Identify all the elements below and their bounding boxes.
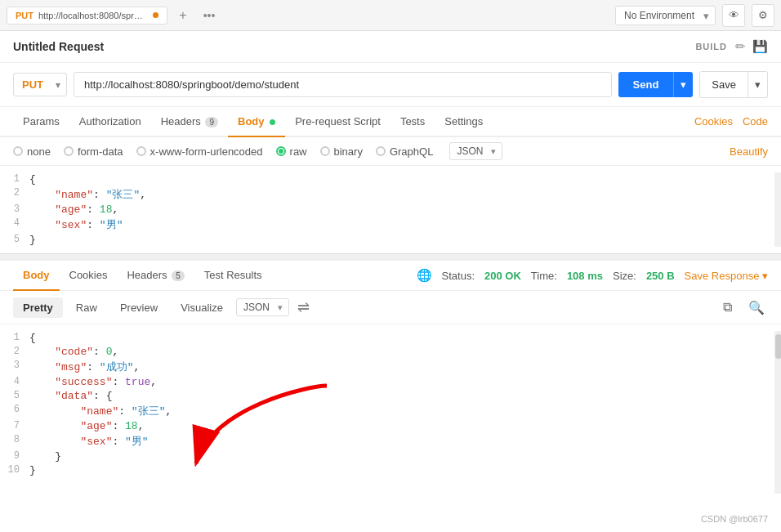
req-scrollbar[interactable] (774, 172, 781, 247)
status-value: 200 OK (484, 270, 521, 282)
json-format-select[interactable]: JSON (449, 142, 502, 160)
method-select[interactable]: PUT (13, 73, 67, 96)
copy-icon-button[interactable]: ⧉ (716, 296, 739, 319)
send-button[interactable]: Send (618, 72, 674, 97)
resp-tab-body[interactable]: Body (13, 261, 60, 291)
body-type-none[interactable]: none (13, 145, 51, 158)
resp-json-format-wrapper[interactable]: JSON (236, 298, 289, 316)
url-input[interactable] (74, 72, 612, 97)
resp-json-select[interactable]: JSON (236, 298, 289, 316)
tab-body[interactable]: Body (228, 107, 285, 137)
resp-line-10: 10 } (0, 463, 774, 477)
label-urlencoded: x-www-form-urlencoded (150, 145, 263, 158)
resp-line-7: 7 "age": 18, (0, 419, 774, 433)
body-type-bar: none form-data x-www-form-urlencoded raw… (0, 137, 781, 166)
tab-pre-request-script[interactable]: Pre-request Script (285, 107, 390, 137)
resp-format-visualize[interactable]: Visualize (171, 297, 233, 318)
time-label: Time: (531, 270, 557, 282)
search-icon-button[interactable]: 🔍 (745, 296, 768, 319)
req-line-4: 4 "sex": "男" (0, 217, 774, 233)
save-dropdown-button[interactable]: ▾ (748, 71, 768, 98)
resp-tab-test-results[interactable]: Test Results (194, 261, 272, 291)
send-group: Send ▾ (618, 72, 694, 97)
watermark: CSDN @lrb0677 (701, 514, 768, 524)
more-options-button[interactable]: ••• (199, 5, 220, 26)
tab-tests[interactable]: Tests (390, 107, 435, 137)
req-line-2: 2 "name": "张三", (0, 186, 774, 203)
resp-headers-badge: 5 (172, 270, 185, 281)
active-tab[interactable]: PUT http://localhost:8080/springbo... (7, 7, 167, 25)
add-tab-button[interactable]: + (172, 5, 194, 26)
settings-icon-button[interactable]: ⚙ (752, 4, 774, 27)
resp-line-1: 1 { (0, 331, 774, 345)
response-status-bar: 🌐 Status: 200 OK Time: 108 ms Size: 250 … (417, 268, 768, 283)
cookies-link[interactable]: Cookies (694, 115, 733, 127)
label-raw: raw (290, 145, 307, 158)
body-dot (270, 119, 275, 125)
eye-icon-button[interactable]: 👁 (722, 4, 745, 27)
tab-method: PUT (16, 11, 33, 20)
body-type-form-data[interactable]: form-data (64, 145, 123, 158)
tab-params[interactable]: Params (13, 107, 69, 137)
resp-line-2: 2 "code": 0, (0, 345, 774, 359)
json-format-wrapper[interactable]: JSON (449, 142, 502, 160)
request-body-editor[interactable]: 1 { 2 "name": "张三", 3 "age": 18, 4 "sex"… (0, 166, 781, 254)
send-dropdown-button[interactable]: ▾ (673, 72, 693, 97)
status-label: Status: (442, 270, 475, 282)
resp-format-preview[interactable]: Preview (110, 297, 167, 318)
tab-modified-dot (153, 12, 158, 18)
req-line-3: 3 "age": 18, (0, 203, 774, 217)
tab-headers[interactable]: Headers 9 (151, 107, 228, 137)
resp-right-icons: ⧉ 🔍 (716, 296, 768, 319)
save-button[interactable]: Save (699, 71, 748, 98)
code-link[interactable]: Code (743, 115, 768, 127)
time-value: 108 ms (567, 270, 603, 282)
response-body-area: 1 { 2 "code": 0, 3 "msg": "成功", 4 "succe… (0, 324, 781, 500)
body-type-raw[interactable]: raw (276, 145, 307, 158)
tab-settings[interactable]: Settings (435, 107, 493, 137)
resp-scrollbar[interactable] (774, 331, 781, 494)
resp-tab-cookies[interactable]: Cookies (60, 261, 118, 291)
beautify-link[interactable]: Beautify (730, 145, 768, 158)
resp-line-5: 5 "data": { (0, 389, 774, 403)
resp-scrollbar-thumb[interactable] (775, 334, 781, 359)
req-line-5: 5 } (0, 233, 774, 247)
build-label: BUILD (695, 42, 727, 51)
radio-graphql (376, 146, 386, 156)
request-title: Untitled Request (13, 40, 695, 53)
body-type-urlencoded[interactable]: x-www-form-urlencoded (136, 145, 263, 158)
environment-select[interactable]: No Environment (615, 6, 716, 25)
title-icons: ✏ 💾 (735, 39, 768, 54)
req-line-1: 1 { (0, 172, 774, 186)
environment-selector[interactable]: No Environment (615, 6, 716, 25)
radio-binary (320, 146, 330, 156)
resp-format-raw[interactable]: Raw (66, 297, 107, 318)
wrap-icon[interactable]: ⇌ (292, 296, 315, 319)
response-format-bar: Pretty Raw Preview Visualize JSON ⇌ ⧉ 🔍 (0, 291, 781, 324)
save-group: Save ▾ (699, 71, 768, 98)
body-type-graphql[interactable]: GraphQL (376, 145, 433, 158)
label-none: none (27, 145, 51, 158)
method-selector[interactable]: PUT (13, 73, 67, 96)
tab-authorization[interactable]: Authorization (69, 107, 151, 137)
save-response-button[interactable]: Save Response ▾ (685, 270, 768, 282)
headers-badge: 9 (205, 117, 218, 127)
resp-format-pretty[interactable]: Pretty (13, 297, 63, 318)
save-icon[interactable]: 💾 (752, 39, 768, 54)
radio-urlencoded (136, 146, 146, 156)
resp-tab-headers[interactable]: Headers 5 (117, 261, 194, 291)
top-bar: PUT http://localhost:8080/springbo... + … (0, 0, 781, 31)
edit-icon[interactable]: ✏ (735, 39, 746, 54)
req-tab-right: Cookies Code (694, 115, 768, 127)
label-form-data: form-data (78, 145, 123, 158)
label-binary: binary (334, 145, 363, 158)
request-title-bar: Untitled Request BUILD ✏ 💾 (0, 31, 781, 63)
url-bar: PUT Send ▾ Save ▾ (0, 63, 781, 107)
size-value: 250 B (646, 270, 675, 282)
body-type-binary[interactable]: binary (320, 145, 363, 158)
top-right-controls: No Environment 👁 ⚙ (615, 4, 774, 27)
radio-none (13, 146, 23, 156)
radio-raw (276, 146, 286, 156)
request-tabs: Params Authorization Headers 9 Body Pre-… (0, 107, 781, 137)
response-code-lines: 1 { 2 "code": 0, 3 "msg": "成功", 4 "succe… (0, 331, 774, 494)
